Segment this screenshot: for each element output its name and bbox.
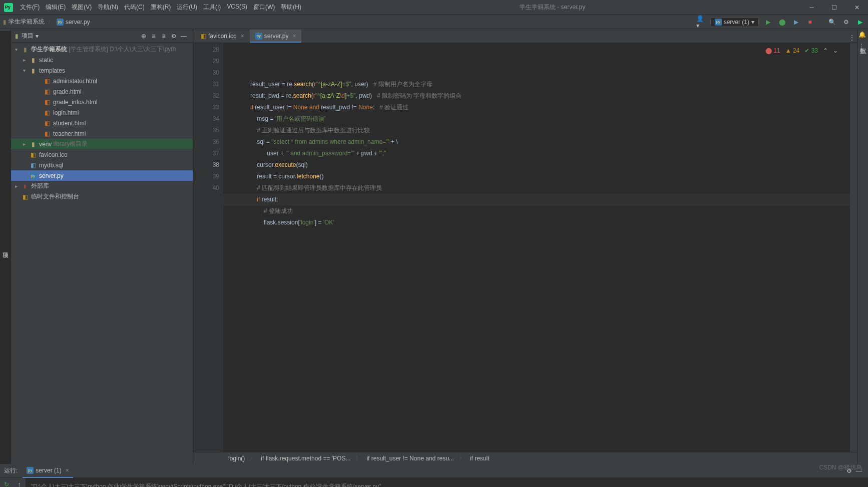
code-with-me-icon[interactable]: ▶ (855, 17, 865, 27)
python-icon: py (57, 19, 64, 26)
menu-导航(N)[interactable]: 导航(N) (95, 3, 121, 12)
collapse-all-icon[interactable]: ≡ (159, 31, 169, 41)
up-icon[interactable]: ↑ (18, 481, 21, 487)
search-everywhere-icon[interactable]: 🔍 (827, 17, 837, 27)
tab-menu-icon[interactable]: ⋮ (847, 33, 857, 43)
project-tree[interactable]: ▾▮ 学生学籍系统 [学生管理系统] D:\个人\大三\大三下\pyth ▸▮s… (11, 43, 193, 203)
code-content[interactable]: ⬤ 11 ▲ 24 ✔ 33 ⌃⌄ result_user = re.searc… (223, 43, 850, 452)
menu-代码(C)[interactable]: 代码(C) (121, 3, 148, 12)
tree-folder-templates[interactable]: ▾▮templates (11, 65, 193, 76)
tree-file[interactable]: ◧mydb.sql (11, 160, 193, 170)
tree-file[interactable]: ◧student.html (11, 118, 193, 128)
menu-帮助(H)[interactable]: 帮助(H) (278, 3, 304, 12)
run-tool-window: 运行: py server (1) × ⚙ — ↻ 🔧 ■ ⫞ 📌 ↑ ↓ ↩ … (0, 464, 868, 487)
chevron-down-icon[interactable]: ▾ (36, 33, 39, 40)
hide-icon[interactable]: — (179, 31, 189, 41)
stop-button[interactable]: ■ (805, 17, 815, 27)
menu-重构(R)[interactable]: 重构(R) (148, 3, 174, 12)
run-toolbar-left: ↻ 🔧 ■ ⫞ 📌 (0, 478, 13, 487)
tree-folder-venv[interactable]: ▸▮venv library根目录 (11, 139, 193, 149)
breadcrumb-root[interactable]: 学生学籍系统 (9, 18, 45, 26)
select-opened-icon[interactable]: ⊕ (139, 31, 149, 41)
folder-icon: ▮ (15, 33, 19, 40)
chevron-right-icon: 〉 (48, 18, 54, 26)
folder-icon: ▮ (3, 19, 7, 26)
close-icon[interactable]: × (66, 467, 69, 474)
tree-file[interactable]: ◧favicon.ico (11, 149, 193, 160)
project-panel: ▮ 项目 ▾ ⊕ ≡ ≡ ⚙ — ▾▮ 学生学籍系统 [学生管理系统] D:\个… (11, 29, 193, 464)
expand-all-icon[interactable]: ≡ (149, 31, 159, 41)
menu-文件(F)[interactable]: 文件(F) (17, 3, 43, 12)
tree-file[interactable]: ◧grade_infos.html (11, 97, 193, 107)
close-button[interactable]: ✕ (845, 0, 868, 15)
editor-crumb[interactable]: if flask.request.method == 'POS... (261, 455, 350, 462)
watermark: CSDN @鞣坊乌 (819, 463, 862, 472)
breadcrumb-file[interactable]: server.py (66, 19, 90, 26)
close-icon[interactable]: × (241, 33, 244, 40)
python-icon: py (255, 33, 262, 40)
tree-file[interactable]: ◧login.html (11, 107, 193, 118)
tree-scratches[interactable]: ◧临时文件和控制台 (11, 191, 193, 202)
menu-VCS(S)[interactable]: VCS(S) (224, 3, 250, 12)
code-editor[interactable]: 28293031323334353637383940 ⬤ 11 ▲ 24 ✔ 3… (193, 43, 857, 452)
minimize-button[interactable]: ─ (800, 0, 823, 15)
editor-crumb[interactable]: if result (470, 455, 490, 462)
console-output[interactable]: "D:\个人\大三\大三下\python 作业\学生学籍系统\venv\Scri… (26, 478, 868, 487)
window-title: 学生学籍系统 - server.py (304, 3, 800, 12)
panel-title: 项目 (22, 32, 34, 40)
menu-窗口(W)[interactable]: 窗口(W) (250, 3, 278, 12)
app-logo (4, 3, 13, 12)
tree-file[interactable]: ◧adminstator.html (11, 76, 193, 86)
close-icon[interactable]: × (292, 33, 296, 40)
tree-file[interactable]: ◧grade.html (11, 86, 193, 97)
database-tool-tab[interactable]: 数据… (857, 40, 868, 52)
tree-root[interactable]: ▾▮ 学生学籍系统 [学生管理系统] D:\个人\大三\大三下\pyth (11, 44, 193, 55)
notifications-icon[interactable]: 🔔 (857, 29, 868, 40)
left-tool-gutter: 项目 Bookmarks 结构 (0, 29, 11, 464)
file-icon: ◧ (201, 33, 206, 40)
tree-external-libs[interactable]: ▸⫾外部库 (11, 181, 193, 191)
editor-breadcrumbs[interactable]: login()〉if flask.request.method == 'POS.… (193, 452, 857, 464)
run-tab[interactable]: py server (1) × (23, 464, 73, 478)
editor-tab-favicon[interactable]: ◧ favicon.ico× (195, 30, 250, 43)
run-button[interactable]: ▶ (763, 17, 773, 27)
editor-tab-server[interactable]: py server.py× (250, 30, 302, 43)
editor-area: ◧ favicon.ico× py server.py× ⋮ 282930313… (193, 29, 857, 464)
tree-file[interactable]: ◧teacher.html (11, 128, 193, 139)
tree-folder-static[interactable]: ▸▮static (11, 55, 193, 65)
python-icon: py (27, 467, 34, 474)
run-toolbar-right: ↑ ↓ ↩ ⤓ 🖶 🗑 (13, 478, 26, 487)
tree-file[interactable]: pyserver.py (11, 170, 193, 181)
error-stripe[interactable] (850, 43, 857, 452)
chevron-down-icon: ▾ (751, 19, 754, 26)
editor-tab-bar: ◧ favicon.ico× py server.py× ⋮ (193, 29, 857, 43)
run-config-name: server (1) (724, 19, 749, 26)
debug-button[interactable]: ⬤ (777, 17, 787, 27)
run-config-selector[interactable]: py server (1) ▾ (710, 17, 759, 27)
project-tool-tab[interactable]: 项目 (0, 31, 11, 464)
line-gutter[interactable]: 28293031323334353637383940 (193, 43, 223, 452)
right-tool-gutter: 🔔 数据… (857, 29, 868, 464)
inspection-widget[interactable]: ⬤ 11 ▲ 24 ✔ 33 ⌃⌄ (765, 45, 838, 57)
gear-icon[interactable]: ⚙ (169, 31, 179, 41)
menu-bar: 文件(F)编辑(E)视图(V)导航(N)代码(C)重构(R)运行(U)工具(I)… (17, 3, 304, 12)
menu-运行(U)[interactable]: 运行(U) (174, 3, 200, 12)
menu-编辑(E)[interactable]: 编辑(E) (43, 3, 69, 12)
settings-icon[interactable]: ⚙ (841, 17, 851, 27)
menu-视图(V)[interactable]: 视图(V) (69, 3, 95, 12)
user-icon[interactable]: 👤▾ (696, 17, 706, 27)
rerun-button[interactable]: ↻ (4, 481, 9, 487)
editor-crumb[interactable]: if result_user != None and resu... (366, 455, 454, 462)
title-bar: 文件(F)编辑(E)视图(V)导航(N)代码(C)重构(R)运行(U)工具(I)… (0, 0, 868, 15)
run-with-coverage-button[interactable]: ▶ (791, 17, 801, 27)
editor-crumb[interactable]: login() (228, 455, 245, 462)
maximize-button[interactable]: ☐ (823, 0, 845, 15)
nav-bar: ▮ 学生学籍系统 〉 py server.py 👤▾ py server (1)… (0, 15, 868, 29)
python-icon: py (715, 19, 722, 26)
menu-工具(I)[interactable]: 工具(I) (200, 3, 224, 12)
breadcrumb[interactable]: ▮ 学生学籍系统 〉 py server.py (3, 18, 90, 26)
run-label: 运行: (4, 466, 18, 475)
